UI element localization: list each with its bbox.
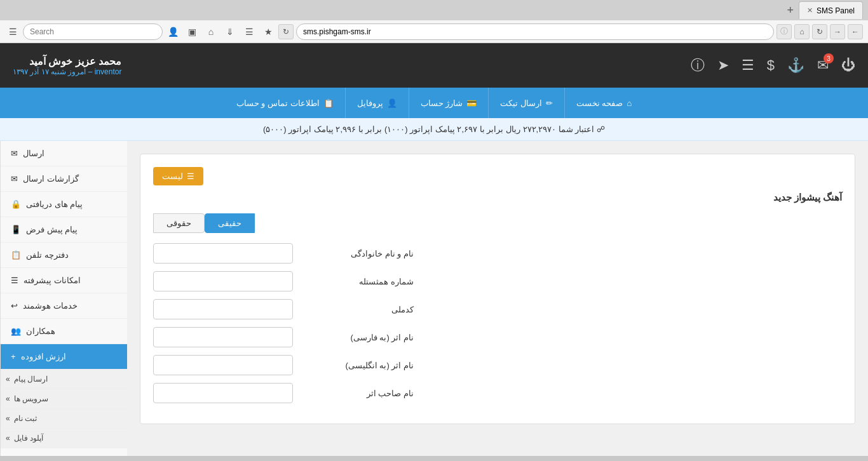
header-icon-group: ⏻ ✉ 3 ⚓ $ ☰ ➤ ⓘ (691, 56, 855, 75)
sub-arrow-icon: » (6, 375, 10, 384)
back-button[interactable]: ← (848, 24, 863, 39)
form-row-national-id: کدملی (153, 299, 842, 319)
reader-icon[interactable]: ☰ (241, 24, 257, 39)
nav-charge[interactable]: 💳 شارژ حساب (409, 88, 489, 118)
browser-nav-bar: ← → ↻ ⌂ ⓘ ↻ ★ ☰ ⇓ ⌂ ▣ 👤 ☰ (0, 20, 868, 43)
menu-button[interactable]: ☰ (5, 24, 20, 39)
nav-home-label: صفحه نخست (576, 98, 623, 108)
draft-icon: 📱 (11, 225, 21, 234)
bookmark-star-icon[interactable]: ★ (261, 24, 276, 39)
send-message-sub-label: ارسال پیام (14, 375, 48, 384)
tab-close-button[interactable]: ✕ (807, 6, 813, 15)
search-input[interactable] (23, 23, 163, 40)
profile-nav-icon: 👤 (387, 98, 397, 108)
sidebar-sub-register[interactable]: ثبت نام » (1, 409, 127, 429)
label-full-name: نام و نام خانوادگی (299, 249, 414, 258)
download-icon[interactable]: ⇓ (222, 24, 238, 39)
sidebar-item-phonebook[interactable]: دفترچه تلفن 📋 (1, 243, 127, 268)
sidebar-item-draft[interactable]: پیام پیش فرض 📱 (1, 217, 127, 243)
main-layout: ☰ لیست آهنگ پیشواز جدید حقیقی حقوقی نام … (0, 141, 868, 456)
sidebar-item-send[interactable]: ارسال ✉ (1, 141, 127, 166)
mail-badge: 3 (824, 53, 834, 63)
colleagues-icon: 👥 (11, 326, 21, 336)
smart-label: خدمات هوشمند (23, 301, 78, 311)
label-phone: شماره همثستله (299, 277, 414, 286)
nav-home[interactable]: ⌂ صفحه نخست (565, 88, 643, 118)
forward-button[interactable]: → (830, 24, 845, 39)
input-owner-name[interactable] (153, 383, 293, 403)
dollar-icon[interactable]: $ (767, 57, 775, 74)
sidebar-sub-upload[interactable]: آپلود فایل » (1, 429, 127, 448)
value-added-label: ارزش افزوده (21, 352, 67, 361)
label-owner-name: نام صاحب اثر (299, 389, 414, 398)
nav-send-ticket[interactable]: ✏ ارسال تیکت (489, 88, 565, 118)
advanced-icon: ☰ (11, 276, 18, 285)
advanced-label: امکانات پیشرفته (24, 276, 81, 285)
reload-button[interactable]: ↻ (278, 24, 294, 39)
sidebar-item-value-added[interactable]: ارزش افزوده + (1, 344, 127, 370)
tab-legal-label: حقوقی (166, 218, 191, 228)
tab-title: SMS Panel (817, 6, 855, 15)
send-reports-label: گزارشات ارسال (23, 174, 79, 184)
upload-arrow-icon: » (6, 434, 10, 443)
send-icon[interactable]: ➤ (717, 57, 729, 74)
tab-real-label: حقیقی (218, 218, 241, 228)
register-sub-label: ثبت نام (14, 414, 37, 423)
browser-tab[interactable]: SMS Panel ✕ (799, 1, 863, 19)
tab-real[interactable]: حقیقی (205, 213, 255, 233)
sidebar-item-smart[interactable]: خدمات هوشمند ↩ (1, 293, 127, 319)
send-sidebar-label: ارسال (23, 149, 44, 158)
new-tab-button[interactable]: + (784, 4, 796, 17)
home-nav-button[interactable]: ⌂ (794, 24, 810, 39)
sidebar-item-advanced[interactable]: امکانات پیشرفته ☰ (1, 268, 127, 293)
send-sidebar-icon: ✉ (11, 149, 18, 158)
nav-contact[interactable]: 📋 اطلاعات تماس و حساب (225, 88, 346, 118)
label-english-name: نام اثر (به انگلیسی) (299, 361, 414, 370)
input-phone[interactable] (153, 271, 293, 291)
sidebar-sub-send-message[interactable]: ارسال پیام » (1, 370, 127, 389)
content-card: ☰ لیست آهنگ پیشواز جدید حقیقی حقوقی نام … (140, 154, 855, 424)
list-button-label: لیست (162, 171, 183, 181)
contact-nav-icon: 📋 (323, 98, 334, 108)
bell-icon[interactable]: ☰ (742, 57, 754, 74)
value-added-icon: + (11, 352, 16, 361)
sidebar: ارسال ✉ گزارشات ارسال ✉ پیام های دریافتی… (0, 141, 127, 456)
tab-bar: SMS Panel ✕ + (0, 0, 868, 20)
mail-icon[interactable]: ✉ 3 (817, 57, 829, 74)
refresh-button[interactable]: ↻ (812, 24, 827, 39)
ticket-nav-icon: ✏ (546, 98, 553, 108)
input-persian-name[interactable] (153, 327, 293, 347)
sidebar-item-received[interactable]: پیام های دریافتی 🔒 (1, 192, 127, 217)
type-tab-group: حقیقی حقوقی (153, 213, 842, 233)
list-button[interactable]: ☰ لیست (153, 167, 203, 185)
url-input[interactable] (296, 23, 774, 40)
info-header-icon[interactable]: ⓘ (691, 56, 705, 75)
tag-icon[interactable]: ⚓ (787, 57, 804, 74)
home-nav-icon: ⌂ (627, 98, 632, 108)
input-english-name[interactable] (153, 355, 293, 375)
sidebar-item-colleagues[interactable]: همکاران 👥 (1, 319, 127, 344)
form-row-english-name: نام اثر (به انگلیسی) (153, 355, 842, 375)
sidebar-item-send-reports[interactable]: گزارشات ارسال ✉ (1, 166, 127, 192)
account-icon[interactable]: 👤 (165, 24, 180, 39)
input-full-name[interactable] (153, 243, 293, 264)
sidebar-sub-services[interactable]: سرویس ها » (1, 389, 127, 409)
received-label: پیام های دریافتی (26, 199, 83, 209)
power-icon[interactable]: ⏻ (841, 57, 855, 74)
nav-charge-label: شارژ حساب (421, 98, 463, 108)
tab-legal[interactable]: حقوقی (153, 213, 205, 233)
info-bar: ☍ اعتبار شما ۲۷۲,۲۹۷۰ ریال برابر با ۲,۶۹… (0, 118, 868, 141)
form-row-phone: شماره همثستله (153, 271, 842, 291)
phonebook-label: دفترچه تلفن (26, 250, 69, 260)
main-content: ☰ لیست آهنگ پیشواز جدید حقیقی حقوقی نام … (127, 141, 868, 456)
nav-profile[interactable]: 👤 پروفایل (346, 88, 409, 118)
shield-icon[interactable]: ▣ (184, 24, 200, 39)
input-national-id[interactable] (153, 299, 293, 319)
nav-profile-label: پروفایل (357, 98, 383, 108)
label-persian-name: نام اثر (به فارسی) (299, 333, 414, 342)
upload-sub-label: آپلود فایل (14, 434, 43, 443)
phonebook-icon: 📋 (11, 250, 21, 260)
label-national-id: کدملی (299, 305, 414, 314)
home-icon[interactable]: ⌂ (203, 24, 219, 39)
form-row-persian-name: نام اثر (به فارسی) (153, 327, 842, 347)
